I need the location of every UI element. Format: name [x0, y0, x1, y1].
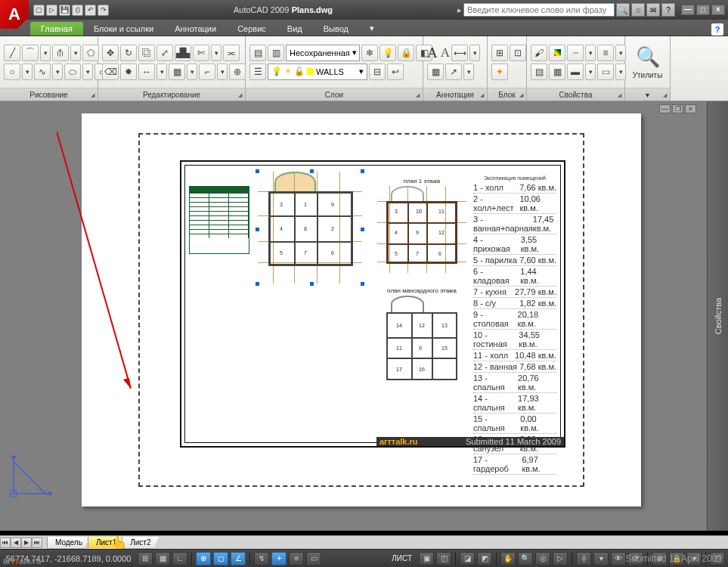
dyn-button[interactable]: + — [271, 552, 287, 565]
list-icon[interactable]: ▦ — [549, 64, 565, 80]
comm-center-button[interactable]: ✉ — [646, 3, 660, 17]
panel-layers-title[interactable]: Слои — [246, 88, 423, 101]
drop-icon[interactable]: ▾ — [187, 64, 197, 80]
fillet-icon[interactable]: ⌐ — [199, 64, 215, 80]
circle-icon[interactable]: ○ — [4, 64, 20, 80]
search-go-icon[interactable]: 🔍 — [616, 3, 630, 17]
tab-view[interactable]: Вид — [277, 22, 313, 36]
tab-home[interactable]: Главная — [30, 22, 83, 36]
drop-icon[interactable]: ▾ — [156, 64, 167, 80]
scale-icon[interactable]: ⤢ — [156, 45, 173, 61]
layout-tab-list1[interactable]: Лист1 — [88, 537, 125, 549]
steering-icon[interactable]: ◎ — [535, 552, 550, 565]
tab-annotations[interactable]: Аннотации — [164, 22, 227, 36]
drop-icon[interactable]: ▾ — [70, 45, 81, 61]
drop-icon[interactable]: ▾ — [463, 64, 474, 80]
drop-icon[interactable]: ▾ — [469, 45, 480, 61]
drop-icon[interactable]: ▾ — [217, 64, 228, 80]
layer-combo[interactable]: 💡☀🔓 WALLS▾ — [268, 64, 367, 80]
paper-space[interactable]: 3 1 9 4 8 2 5 7 6 — [82, 113, 641, 507]
drop-icon[interactable]: ▾ — [52, 64, 63, 80]
copy-icon[interactable]: ⿻ — [138, 45, 155, 61]
snap-button[interactable]: ⊞ — [138, 552, 153, 565]
lweight-combo[interactable]: ≡ — [597, 45, 614, 61]
insert-block-icon[interactable]: ⊞ — [491, 45, 508, 61]
array-icon[interactable]: ▦ — [169, 64, 185, 80]
maximize-button[interactable]: □ — [696, 5, 710, 15]
offset-icon[interactable]: ⫘ — [223, 45, 240, 61]
minimize-button[interactable]: — — [681, 5, 695, 15]
bylayer-combo[interactable]: ▬ — [567, 64, 584, 80]
explode-icon[interactable]: ✸ — [120, 64, 137, 80]
annovis-icon[interactable]: 👁 — [611, 552, 626, 565]
erase-icon[interactable]: ⌫ — [102, 64, 119, 80]
ortho-button[interactable]: ∟ — [172, 552, 187, 565]
layer-states-icon[interactable]: ▥ — [268, 45, 284, 61]
otrack-button[interactable]: ∠ — [231, 552, 246, 565]
pline-icon[interactable]: ⫛ — [52, 45, 69, 61]
text-a-icon[interactable]: A — [427, 45, 438, 60]
doc-close-button[interactable]: × — [685, 104, 696, 113]
doc-restore-button[interactable]: ❐ — [672, 104, 683, 113]
quickview-lay-icon[interactable]: ◪ — [460, 552, 475, 565]
close-button[interactable]: × — [711, 5, 725, 15]
viewport-max-icon[interactable]: ◫ — [436, 552, 451, 565]
qat-save-icon[interactable]: 💾 — [59, 5, 70, 16]
doc-minimize-button[interactable]: — — [659, 104, 671, 113]
tab-first-icon[interactable]: ⏮ — [0, 538, 11, 548]
layer-state-combo[interactable]: Несохраненная▾ — [286, 45, 360, 61]
properties-palette-bar[interactable]: Свойства — [707, 101, 728, 531]
arc-icon[interactable]: ⌒ — [22, 45, 39, 61]
annoscale-drop[interactable]: ▾ — [593, 552, 609, 565]
ducs-button[interactable]: ↯ — [254, 552, 269, 565]
polar-button[interactable]: ⊕ — [196, 552, 211, 565]
layout-quick-icon[interactable]: ▣ — [419, 552, 434, 565]
qat-open-icon[interactable]: ▷ — [46, 5, 57, 16]
drop-icon[interactable]: ▾ — [82, 64, 93, 80]
space-mode[interactable]: ЛИСТ — [387, 554, 417, 562]
panel-draw-title[interactable]: Рисование — [0, 88, 98, 101]
qat-redo-icon[interactable]: ↷ — [98, 5, 109, 16]
panel-block-title[interactable]: Блок — [488, 88, 526, 101]
layer-mgr-icon[interactable]: ☰ — [249, 64, 266, 80]
ellipse-icon[interactable]: ⬭ — [64, 64, 81, 80]
pan-icon[interactable]: ✋ — [500, 552, 516, 565]
drop-icon[interactable]: ▾ — [40, 45, 51, 61]
polygon-icon[interactable]: ⬠ — [82, 45, 99, 61]
drop-icon[interactable]: ▾ — [211, 45, 221, 61]
rotate-icon[interactable]: ↻ — [120, 45, 137, 61]
edit-block-icon[interactable]: ✦ — [491, 64, 508, 80]
spline-icon[interactable]: ∿ — [34, 64, 51, 80]
qat-undo-icon[interactable]: ↶ — [85, 5, 96, 16]
osnap-button[interactable]: ◻ — [213, 552, 228, 565]
layer-freeze-icon[interactable]: ❄ — [361, 45, 378, 61]
drop-icon[interactable]: ▾ — [22, 64, 33, 80]
layout-tab-list2[interactable]: Лист2 — [122, 537, 159, 549]
tab-service[interactable]: Сервис — [227, 22, 277, 36]
plot-style-combo[interactable]: ▭ — [597, 64, 614, 80]
mirror-icon[interactable]: ▟▙ — [175, 45, 191, 61]
layer-props-icon[interactable]: ▤ — [249, 45, 266, 61]
workspace[interactable]: — ❐ × Свойства — [0, 101, 728, 531]
floor-plan-1[interactable]: 3 1 9 4 8 2 5 7 6 — [257, 171, 363, 284]
table-icon[interactable]: ▦ — [427, 64, 444, 80]
tab-last-icon[interactable]: ⏭ — [32, 538, 42, 548]
stretch-icon[interactable]: ↔ — [138, 64, 155, 80]
panel-props-title[interactable]: Свойства — [527, 88, 624, 101]
panel-modify-title[interactable]: Редактирование — [98, 88, 245, 101]
quickview-dwg-icon[interactable]: ◩ — [477, 552, 492, 565]
tab-prev-icon[interactable]: ◀ — [11, 538, 21, 548]
panel-util-drop[interactable]: ▾ — [625, 88, 670, 101]
tab-output[interactable]: Вывод — [313, 22, 359, 36]
props-palette-icon[interactable]: ▤ — [531, 64, 547, 80]
dim-icon[interactable]: ⟷ — [451, 45, 468, 61]
zoom-icon[interactable]: 🔍 — [518, 552, 533, 565]
ribbon-help-icon[interactable]: ? — [711, 23, 723, 36]
annoscale-icon[interactable]: ⟠ — [576, 552, 591, 565]
line-icon[interactable]: ╱ — [4, 45, 20, 61]
color-combo[interactable] — [549, 45, 565, 61]
qat-new-icon[interactable]: ▢ — [33, 5, 45, 16]
layer-prev-icon[interactable]: ↩ — [387, 64, 404, 80]
qp-button[interactable]: ▭ — [306, 552, 321, 565]
tab-blocks[interactable]: Блоки и ссылки — [83, 22, 164, 36]
